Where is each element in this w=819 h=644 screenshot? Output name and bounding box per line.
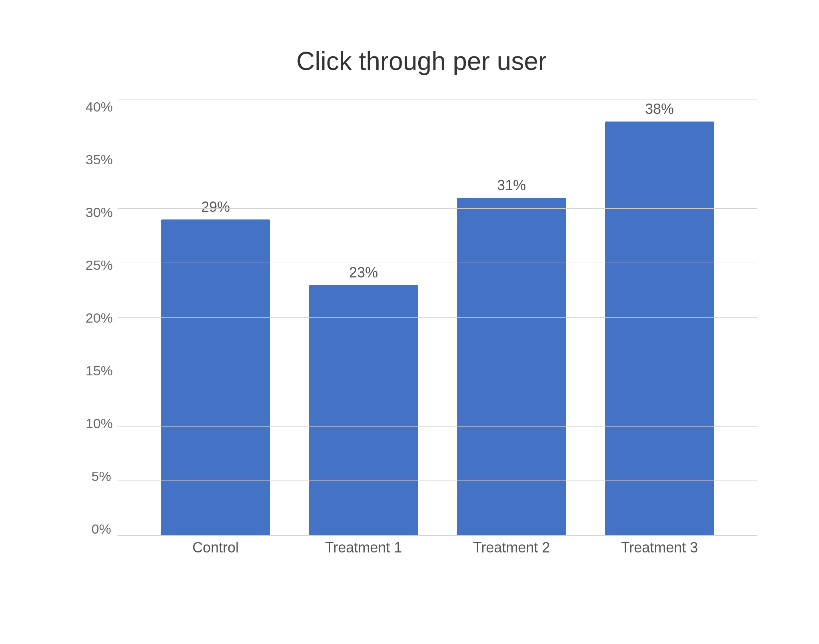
y-label-1: 5%: [86, 469, 118, 483]
x-label-2: Treatment 2: [447, 539, 575, 556]
plot-area: 29%23%31%38%: [118, 100, 757, 536]
bars-wrapper: 29%23%31%38%: [118, 100, 757, 536]
bar-1: [309, 285, 418, 536]
y-label-5: 25%: [86, 258, 118, 272]
bar-3: [605, 122, 714, 536]
grid-line-4: [118, 317, 757, 318]
grid-line-5: [118, 263, 757, 263]
x-label-0: Control: [152, 539, 280, 556]
y-axis: 0%5%10%15%20%25%30%35%40%: [86, 100, 118, 536]
x-label-1: Treatment 1: [300, 539, 427, 556]
bar-value-label-0: 29%: [201, 199, 230, 215]
bar-value-label-3: 38%: [645, 101, 674, 118]
y-label-2: 10%: [86, 417, 118, 430]
bar-0: [161, 219, 270, 535]
bar-2: [457, 198, 566, 536]
bar-group-0: 29%: [152, 100, 280, 536]
x-axis-labels: ControlTreatment 1Treatment 2Treatment 3: [118, 536, 757, 560]
grid-line-1: [118, 481, 757, 481]
chart-area: 0%5%10%15%20%25%30%35%40% 29%23%31%38% C…: [86, 100, 757, 560]
y-label-7: 35%: [86, 153, 118, 166]
grid-line-7: [118, 154, 757, 154]
y-label-4: 20%: [86, 311, 118, 325]
grid-line-3: [118, 372, 757, 372]
grid-line-8: [118, 100, 757, 100]
chart-title: Click through per user: [86, 46, 757, 76]
bar-group-1: 23%: [300, 100, 427, 536]
y-label-8: 40%: [86, 100, 118, 114]
bar-group-3: 38%: [595, 100, 723, 536]
bar-group-2: 31%: [447, 100, 575, 536]
y-label-6: 30%: [86, 205, 118, 219]
grid-line-6: [118, 208, 757, 209]
bar-value-label-2: 31%: [497, 177, 526, 194]
bar-value-label-1: 23%: [349, 264, 378, 281]
grid-line-2: [118, 426, 757, 427]
x-label-3: Treatment 3: [595, 539, 723, 556]
y-label-0: 0%: [86, 522, 118, 536]
y-label-3: 15%: [86, 364, 118, 377]
chart-container: Click through per user 0%5%10%15%20%25%3…: [30, 22, 789, 622]
